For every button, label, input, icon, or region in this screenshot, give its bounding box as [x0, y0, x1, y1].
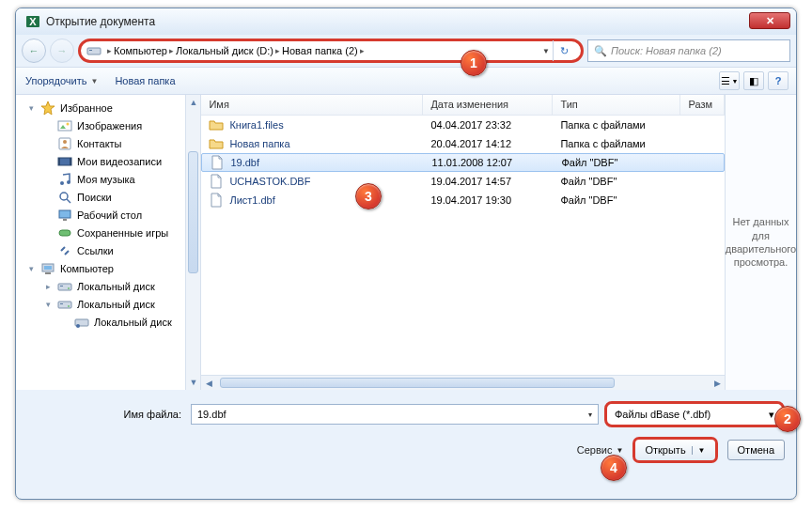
refresh-button[interactable]: ↻ [553, 40, 575, 61]
crumb-drive[interactable]: Локальный диск (D:) [176, 45, 273, 56]
svg-point-14 [67, 180, 70, 184]
tree-item-video[interactable]: Мои видеозаписи [20, 152, 200, 170]
tree-scrollbar[interactable]: ▲ ▼ [185, 95, 200, 390]
filetype-dropdown[interactable]: Файлы dBase (*.dbf) ▾ [604, 401, 785, 427]
tree-expander-icon[interactable]: ▾ [27, 103, 36, 112]
filename-label: Имя файла: [27, 409, 185, 420]
files-area: Имя Дата изменения Тип Разм Книга1.files… [201, 95, 796, 390]
search-icon [57, 190, 72, 205]
chevron-down-icon[interactable]: ▾ [588, 410, 592, 419]
tree-item-computer[interactable]: ▾Компьютер [20, 259, 200, 277]
refresh-icon: ↻ [560, 45, 569, 57]
tree-item-drive[interactable]: ▸Локальный диск [20, 277, 200, 295]
close-button[interactable]: ✕ [749, 12, 790, 29]
col-type[interactable]: Тип [553, 95, 680, 115]
tree-item-contacts[interactable]: Контакты [20, 134, 200, 152]
search-icon: 🔍 [594, 45, 607, 57]
svg-point-30 [76, 324, 80, 328]
search-input[interactable]: 🔍 Поиск: Новая папка (2) [587, 39, 790, 62]
breadcrumb-bar[interactable]: ▸ Компьютер ▸ Локальный диск (D:) ▸ Нова… [78, 39, 584, 63]
tree-item-drive[interactable]: ▾Локальный диск [20, 295, 200, 313]
open-split-dropdown[interactable]: ▼ [692, 446, 706, 455]
filename-input[interactable]: 19.dbf ▾ [191, 404, 599, 425]
help-icon: ? [775, 75, 782, 86]
col-name[interactable]: Имя [201, 95, 423, 115]
open-button[interactable]: Открыть ▼ [632, 437, 717, 463]
file-row[interactable]: 19.dbf11.01.2008 12:07Файл "DBF" [201, 153, 725, 172]
list-icon: ☰ [721, 75, 730, 87]
file-row[interactable]: Книга1.files04.04.2017 23:32Папка с файл… [201, 116, 725, 134]
tree-item-pictures[interactable]: Изображения [20, 116, 200, 134]
svg-point-9 [63, 140, 67, 144]
col-size[interactable]: Разм [680, 95, 725, 115]
forward-button[interactable]: → [50, 39, 74, 63]
svg-rect-18 [63, 219, 67, 221]
new-folder-button[interactable]: Новая папка [115, 75, 175, 86]
forward-arrow-icon: → [57, 45, 68, 56]
tree-item-label: Контакты [77, 138, 122, 149]
back-button[interactable]: ← [22, 39, 46, 63]
hscroll-thumb[interactable] [220, 378, 615, 388]
callout-2: 2 [774, 406, 801, 432]
chevron-right-icon: ▸ [169, 46, 174, 55]
svg-marker-4 [41, 101, 55, 115]
tree-item-star[interactable]: ▾Избранное [20, 99, 200, 116]
nav-row: ← → ▸ Компьютер ▸ Локальный диск (D:) ▸ … [16, 35, 796, 67]
svg-rect-24 [60, 286, 63, 286]
crumb-folder[interactable]: Новая папка (2) [282, 45, 358, 56]
file-date: 11.01.2008 12:07 [424, 157, 554, 168]
tree-item-label: Поиски [77, 192, 112, 203]
tree-item-music[interactable]: Моя музыка [20, 170, 200, 188]
scroll-thumb[interactable] [188, 151, 198, 273]
file-type: Папка с файлами [553, 138, 680, 149]
tree-item-desktop[interactable]: Рабочий стол [20, 206, 200, 224]
scroll-right-icon[interactable]: ▶ [710, 376, 725, 390]
svg-point-7 [67, 122, 70, 125]
help-button[interactable]: ? [768, 71, 789, 90]
file-row[interactable]: Лист1.dbf19.04.2017 19:30Файл "DBF" [201, 191, 725, 209]
svg-rect-23 [58, 284, 71, 290]
tree-item-games[interactable]: Сохраненные игры [20, 224, 200, 241]
scroll-left-icon[interactable]: ◀ [201, 376, 216, 390]
nav-tree: ▾ИзбранноеИзображенияКонтактыМои видеоза… [16, 95, 201, 390]
chevron-right-icon: ▸ [360, 46, 365, 55]
scroll-up-icon[interactable]: ▲ [186, 95, 200, 110]
file-icon [209, 193, 224, 208]
star-icon [40, 101, 55, 116]
body-area: ▾ИзбранноеИзображенияКонтактыМои видеоза… [16, 95, 796, 390]
tree-item-label: Сохраненные игры [77, 227, 168, 239]
preview-pane-button[interactable]: ◧ [743, 71, 764, 90]
file-row[interactable]: Новая папка20.04.2017 14:12Папка с файла… [201, 134, 725, 153]
tree-item-links[interactable]: Ссылки [20, 241, 200, 259]
tree-item-drive-net[interactable]: Локальный диск [20, 313, 200, 331]
svg-line-16 [67, 199, 70, 203]
file-row[interactable]: UCHASTOK.DBF19.04.2017 14:57Файл "DBF" [201, 172, 725, 191]
file-name: Книга1.files [229, 119, 283, 131]
organize-menu[interactable]: Упорядочить ▼ [25, 75, 98, 86]
open-dialog-window: X Открытие документа ✕ ← → ▸ Компьютер ▸… [15, 8, 797, 500]
tree-item-label: Компьютер [60, 263, 114, 274]
tree-item-search[interactable]: Поиски [20, 188, 200, 206]
tree-item-label: Ссылки [77, 245, 114, 256]
tree-expander-icon[interactable]: ▾ [44, 300, 53, 308]
svg-rect-11 [58, 158, 60, 165]
file-date: 04.04.2017 23:32 [423, 119, 553, 131]
crumb-computer[interactable]: Компьютер [114, 45, 167, 56]
open-label: Открыть [645, 444, 685, 456]
cancel-button[interactable]: Отмена [727, 440, 785, 460]
drive-icon [57, 279, 72, 294]
files-hscrollbar[interactable]: ◀ ▶ [201, 375, 725, 390]
col-date[interactable]: Дата изменения [423, 95, 553, 115]
scroll-down-icon[interactable]: ▼ [186, 375, 200, 390]
tree-expander-icon[interactable]: ▸ [44, 282, 53, 290]
view-mode-button[interactable]: ☰▼ [719, 71, 740, 90]
breadcrumb-dropdown-icon[interactable]: ▼ [542, 47, 550, 55]
tree-expander-icon[interactable]: ▾ [27, 264, 36, 272]
svg-rect-12 [70, 158, 71, 165]
preview-icon: ◧ [749, 75, 758, 87]
pictures-icon [57, 118, 72, 133]
service-menu[interactable]: Сервис ▼ [577, 444, 624, 456]
svg-rect-27 [60, 303, 63, 304]
drive-icon [57, 297, 72, 312]
organize-label: Упорядочить [25, 75, 86, 86]
